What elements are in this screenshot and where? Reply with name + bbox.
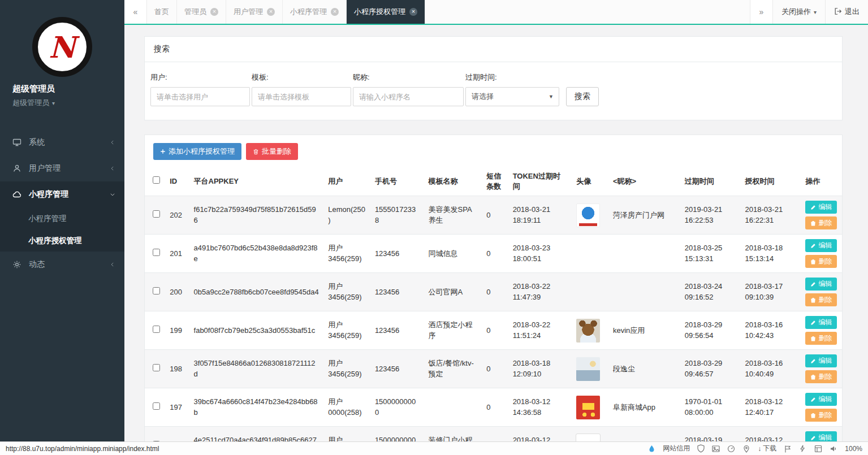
- cell-auth-time: 2018-03-16 10:42:43: [741, 311, 801, 350]
- edit-button[interactable]: 编辑: [805, 239, 837, 252]
- logo-letter: N: [49, 30, 76, 64]
- cell-token-expire: 2018-03-18 12:09:10: [508, 350, 572, 388]
- edit-button[interactable]: 编辑: [805, 201, 837, 214]
- image-icon[interactable]: [712, 445, 720, 453]
- edit-button[interactable]: 编辑: [805, 278, 837, 291]
- cell-nickname: kevin应用: [608, 311, 680, 350]
- pencil-icon: [810, 281, 816, 287]
- tab-miniapp-auth-management[interactable]: 小程序授权管理 ×: [347, 0, 425, 24]
- lightning-icon[interactable]: [799, 445, 807, 453]
- pin-icon[interactable]: [742, 445, 750, 453]
- tab-admin[interactable]: 管理员 ×: [177, 0, 226, 24]
- avatar-image: [576, 280, 600, 304]
- row-checkbox[interactable]: [153, 402, 160, 410]
- close-tab-icon[interactable]: ×: [409, 8, 417, 16]
- tab-user-management[interactable]: 用户管理 ×: [226, 0, 283, 24]
- profile-role-dropdown[interactable]: 超级管理员 ▾: [12, 98, 112, 108]
- page-content: 搜索 用户: 模板: 昵称: 过期时间:: [124, 25, 868, 455]
- pencil-icon: [810, 243, 816, 249]
- cell-sms: 0: [482, 388, 508, 427]
- column-header: 平台APPKEY: [189, 167, 324, 196]
- gear-icon: [12, 260, 23, 269]
- expire-time-select[interactable]: 请选择 ▼: [465, 87, 559, 106]
- delete-button[interactable]: 删除: [805, 255, 837, 268]
- cell-phone: 123456: [370, 350, 424, 388]
- cell-id: 197: [165, 388, 189, 427]
- close-tab-icon[interactable]: ×: [331, 8, 339, 16]
- table-row: 199 fab0f08f7cb79eb25c3a3d0553baf51c 用户3…: [145, 311, 842, 350]
- reader-panel-icon[interactable]: [814, 445, 822, 453]
- row-checkbox[interactable]: [153, 249, 160, 256]
- cell-nickname: 菏泽房产门户网: [608, 196, 680, 235]
- scroll-tabs-right-button[interactable]: »: [750, 0, 772, 24]
- cell-expire: 2018-03-29 09:56:54: [680, 311, 741, 350]
- zoom-level[interactable]: 100%: [845, 445, 862, 453]
- column-header: 头像: [572, 167, 608, 196]
- column-header: 用户: [323, 167, 370, 196]
- cell-user: 用户3456(259): [323, 235, 370, 273]
- cell-id: 200: [165, 273, 189, 311]
- cell-auth-time: 2018-03-18 15:13:14: [741, 235, 801, 273]
- table-panel: 添加小程序授权管理 批量删除: [144, 135, 843, 455]
- scroll-tabs-left-button[interactable]: «: [124, 0, 147, 24]
- row-checkbox[interactable]: [153, 364, 160, 371]
- delete-button[interactable]: 删除: [805, 370, 837, 383]
- column-header: 过期时间: [680, 167, 741, 196]
- sidebar-item-miniapp-management[interactable]: 小程序管理: [0, 181, 124, 207]
- chevron-down-icon: [110, 192, 115, 197]
- row-checkbox[interactable]: [153, 210, 160, 218]
- chevron-left-icon: [110, 166, 115, 171]
- tab-bar: « 首页 管理员 × 用户管理 × 小程序管理 × 小程序授权管: [124, 0, 868, 25]
- template-input[interactable]: [252, 87, 351, 106]
- delete-button[interactable]: 删除: [805, 293, 837, 306]
- gauge-icon[interactable]: [727, 445, 735, 453]
- cell-phone: 123456: [370, 235, 424, 273]
- sidebar-item-system[interactable]: 系统: [0, 129, 124, 155]
- cell-appkey: f61c7b22a759349d75f851b72615d596: [189, 196, 324, 235]
- delete-button[interactable]: 删除: [805, 332, 837, 345]
- search-button[interactable]: 搜索: [566, 87, 599, 106]
- table-header-row: ID 平台APPKEY 用户 手机号 模板名称 短信条数 TOKEN过期时间 头…: [145, 167, 842, 196]
- delete-button[interactable]: 删除: [805, 409, 837, 422]
- tab-miniapp-management[interactable]: 小程序管理 ×: [283, 0, 347, 24]
- cell-sms: 0: [482, 235, 508, 273]
- droplet-icon[interactable]: [648, 445, 655, 453]
- sidebar-subitem-miniapp-auth-management[interactable]: 小程序授权管理: [0, 229, 124, 252]
- download-button[interactable]: ↓ 下载: [758, 444, 776, 453]
- close-tab-icon[interactable]: ×: [210, 8, 218, 16]
- select-all-checkbox[interactable]: [153, 176, 160, 184]
- edit-button[interactable]: 编辑: [805, 316, 837, 329]
- add-miniapp-auth-button[interactable]: 添加小程序授权管理: [153, 143, 241, 160]
- cell-token-expire: 2018-03-23 18:00:51: [508, 235, 572, 273]
- sidebar-subitem-miniapp-management[interactable]: 小程序管理: [0, 207, 124, 229]
- profile-username: 超级管理员: [12, 84, 112, 94]
- table-row: 200 0b5a9cc2e788fb6cb07cee8fd9545da4 用户3…: [145, 273, 842, 311]
- user-input[interactable]: [150, 87, 250, 106]
- speaker-icon[interactable]: [830, 445, 837, 453]
- avatar-image: [576, 242, 600, 266]
- shield-icon[interactable]: [697, 444, 705, 453]
- sidebar-item-user-management[interactable]: 用户管理: [0, 155, 124, 181]
- app-window: N 超级管理员 超级管理员 ▾ 系统: [0, 0, 868, 455]
- nickname-input[interactable]: [353, 87, 464, 106]
- close-operations-dropdown[interactable]: 关闭操作 ▾: [772, 0, 825, 24]
- pencil-icon: [810, 358, 816, 364]
- tab-home[interactable]: 首页: [147, 0, 177, 24]
- pencil-icon: [810, 435, 816, 441]
- close-tab-icon[interactable]: ×: [267, 8, 275, 16]
- cell-phone: 123456: [370, 311, 424, 350]
- edit-button[interactable]: 编辑: [805, 393, 837, 406]
- cell-id: 202: [165, 196, 189, 235]
- logout-button[interactable]: 退出: [825, 0, 868, 24]
- avatar-image: [576, 203, 600, 227]
- row-checkbox[interactable]: [153, 326, 160, 333]
- edit-button[interactable]: 编辑: [805, 354, 837, 367]
- cell-auth-time: 2018-03-16 10:40:49: [741, 350, 801, 388]
- delete-button[interactable]: 删除: [805, 216, 837, 229]
- cell-expire: 2018-03-24 09:16:52: [680, 273, 741, 311]
- row-checkbox[interactable]: [153, 287, 160, 294]
- sidebar-item-activity[interactable]: 动态: [0, 252, 124, 278]
- batch-delete-button[interactable]: 批量删除: [246, 143, 298, 160]
- site-credit-label[interactable]: 网站信用: [663, 444, 690, 453]
- flag-icon[interactable]: [784, 445, 792, 453]
